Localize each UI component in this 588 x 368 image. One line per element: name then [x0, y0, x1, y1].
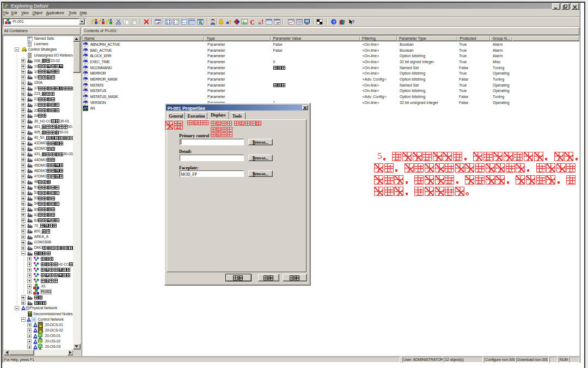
svg-text:C: C	[250, 19, 254, 24]
svg-text:20: 20	[28, 39, 30, 41]
svg-text:?: ?	[332, 20, 335, 24]
svg-text:?: ?	[40, 341, 41, 344]
svg-text:?: ?	[352, 19, 354, 24]
